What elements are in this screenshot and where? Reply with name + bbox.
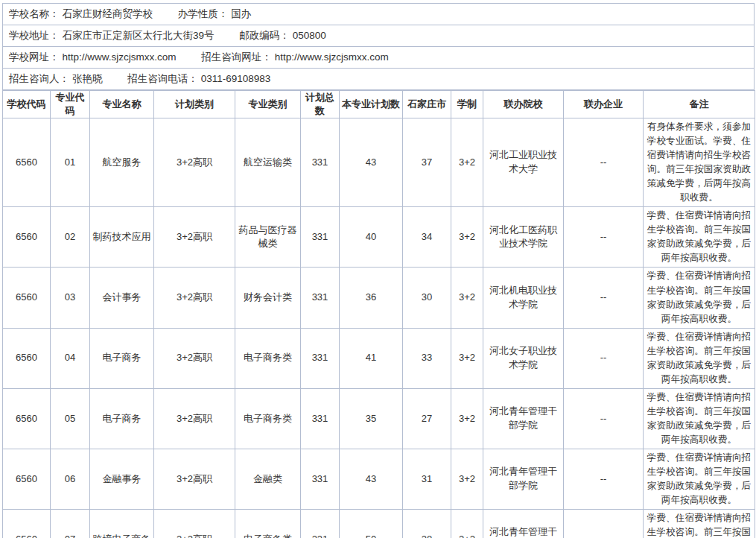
column-header-duration: 学制 bbox=[451, 91, 483, 118]
info-pair: 邮政编码：050800 bbox=[239, 30, 326, 41]
table-row: 656006金融事务3+2高职金融类33143313+2河北青年管理干部学院--… bbox=[3, 449, 755, 510]
info-cell: 招生咨询人：张艳晓 招生咨询电话：0311-69108983 bbox=[3, 69, 755, 90]
cell-plan_category: 3+2高职 bbox=[154, 449, 235, 510]
column-header-shijiazhuang_city: 石家庄市 bbox=[403, 91, 451, 118]
info-value: 石家庄市正定新区太行北大街39号 bbox=[63, 30, 215, 41]
enrollment-plan-page: 学校名称：石家庄财经商贸学校 办学性质：国办 学校地址：石家庄市正定新区太行北大… bbox=[0, 0, 755, 538]
cell-remarks: 学费、住宿费详情请向招生学校咨询。前三年按国家资助政策减免学费，后两年按高职收费… bbox=[644, 510, 755, 538]
info-label: 学校网址： bbox=[9, 51, 60, 63]
column-header-major_name: 专业名称 bbox=[90, 91, 154, 118]
info-value: 0311-69108983 bbox=[201, 73, 271, 84]
cell-shijiazhuang_city: 33 bbox=[403, 328, 451, 388]
cell-remarks: 学费、住宿费详情请向招生学校咨询。前三年按国家资助政策减免学费，后两年按高职收费… bbox=[644, 268, 755, 328]
cell-major_name: 会计事务 bbox=[90, 268, 154, 328]
info-pair: 学校网址：http://www.sjzcjsmxx.com bbox=[9, 51, 177, 63]
cell-remarks: 有身体条件要求，须参加学校专业面试。学费、住宿费详情请向招生学校咨询。前三年按国… bbox=[644, 118, 755, 207]
table-row: 656007跨境电子商务3+2高职电子商务类33150383+2河北青年管理干部… bbox=[3, 510, 755, 538]
cell-partner_college: 河北青年管理干部学院 bbox=[483, 388, 564, 449]
cell-major_code: 06 bbox=[51, 449, 90, 510]
cell-major_plan_count: 40 bbox=[340, 207, 403, 268]
cell-school_code: 6560 bbox=[3, 510, 51, 538]
cell-major_category: 航空运输类 bbox=[235, 118, 301, 207]
info-label: 招生咨询电话： bbox=[127, 73, 198, 84]
info-value: 石家庄财经商贸学校 bbox=[63, 8, 153, 19]
cell-school_code: 6560 bbox=[3, 328, 51, 388]
cell-major_plan_count: 41 bbox=[340, 328, 403, 388]
cell-major_code: 05 bbox=[51, 388, 90, 449]
table-row: 656004电子商务3+2高职电子商务类33141333+2河北女子职业技术学院… bbox=[3, 328, 755, 388]
cell-shijiazhuang_city: 31 bbox=[403, 449, 451, 510]
cell-plan_total: 331 bbox=[301, 510, 340, 538]
column-header-plan_total: 计划总数 bbox=[301, 91, 340, 118]
cell-major_category: 药品与医疗器械类 bbox=[235, 207, 301, 268]
cell-major_plan_count: 43 bbox=[340, 118, 403, 207]
cell-major_category: 电子商务类 bbox=[235, 328, 301, 388]
info-value: 050800 bbox=[293, 30, 326, 41]
cell-plan_total: 331 bbox=[301, 328, 340, 388]
cell-duration: 3+2 bbox=[451, 510, 483, 538]
cell-major_code: 07 bbox=[51, 510, 90, 538]
cell-major_code: 02 bbox=[51, 207, 90, 268]
info-label: 招生咨询网址： bbox=[201, 51, 272, 63]
cell-plan_category: 3+2高职 bbox=[154, 388, 235, 449]
info-value: http://www.sjzcjsmxx.com bbox=[275, 51, 389, 63]
cell-partner_enterprise: -- bbox=[564, 207, 644, 268]
info-cell: 学校名称：石家庄财经商贸学校 办学性质：国办 bbox=[3, 4, 755, 25]
info-label: 办学性质： bbox=[178, 8, 229, 19]
info-value: 张艳晓 bbox=[72, 73, 103, 84]
info-pair: 学校地址：石家庄市正定新区太行北大街39号 bbox=[9, 30, 215, 41]
cell-plan_category: 3+2高职 bbox=[154, 268, 235, 328]
cell-partner_college: 河北工业职业技术大学 bbox=[483, 118, 564, 207]
table-row: 656003会计事务3+2高职财务会计类33136303+2河北机电职业技术学院… bbox=[3, 268, 755, 328]
cell-duration: 3+2 bbox=[451, 388, 483, 449]
cell-major_name: 制药技术应用 bbox=[90, 207, 154, 268]
cell-partner_college: 河北女子职业技术学院 bbox=[483, 328, 564, 388]
cell-school_code: 6560 bbox=[3, 449, 51, 510]
info-label: 学校地址： bbox=[9, 30, 60, 41]
info-pair: 招生咨询人：张艳晓 bbox=[9, 73, 103, 84]
cell-major_name: 跨境电子商务 bbox=[90, 510, 154, 538]
cell-plan_total: 331 bbox=[301, 268, 340, 328]
cell-partner_enterprise: -- bbox=[564, 449, 644, 510]
info-label: 邮政编码： bbox=[239, 30, 290, 41]
cell-partner_college: 河北青年管理干部学院 bbox=[483, 510, 564, 538]
cell-major_plan_count: 50 bbox=[340, 510, 403, 538]
cell-remarks: 学费、住宿费详情请向招生学校咨询。前三年按国家资助政策减免学费，后两年按高职收费… bbox=[644, 449, 755, 510]
info-row: 学校地址：石家庄市正定新区太行北大街39号 邮政编码：050800 bbox=[3, 25, 755, 47]
cell-duration: 3+2 bbox=[451, 207, 483, 268]
info-row: 学校名称：石家庄财经商贸学校 办学性质：国办 bbox=[3, 4, 755, 25]
cell-plan_category: 3+2高职 bbox=[154, 207, 235, 268]
header-row: 学校代码 专业代码 专业名称 计划类别 专业类别 计划总数 本专业计划数 石家庄… bbox=[3, 91, 755, 118]
info-pair: 办学性质：国办 bbox=[178, 8, 252, 19]
info-pair: 招生咨询网址：http://www.sjzcjsmxx.com bbox=[201, 51, 389, 63]
cell-shijiazhuang_city: 30 bbox=[403, 268, 451, 328]
cell-duration: 3+2 bbox=[451, 118, 483, 207]
school-info-table: 学校名称：石家庄财经商贸学校 办学性质：国办 学校地址：石家庄市正定新区太行北大… bbox=[2, 3, 755, 90]
cell-remarks: 学费、住宿费详情请向招生学校咨询。前三年按国家资助政策减免学费，后两年按高职收费… bbox=[644, 207, 755, 268]
info-label: 学校名称： bbox=[9, 8, 60, 19]
cell-major_plan_count: 43 bbox=[340, 449, 403, 510]
cell-major_name: 航空服务 bbox=[90, 118, 154, 207]
cell-school_code: 6560 bbox=[3, 268, 51, 328]
column-header-school_code: 学校代码 bbox=[3, 91, 51, 118]
cell-plan_category: 3+2高职 bbox=[154, 118, 235, 207]
cell-shijiazhuang_city: 34 bbox=[403, 207, 451, 268]
cell-duration: 3+2 bbox=[451, 328, 483, 388]
cell-major_category: 财务会计类 bbox=[235, 268, 301, 328]
cell-shijiazhuang_city: 38 bbox=[403, 510, 451, 538]
cell-duration: 3+2 bbox=[451, 268, 483, 328]
column-header-major_code: 专业代码 bbox=[51, 91, 90, 118]
table-row: 656001航空服务3+2高职航空运输类33143373+2河北工业职业技术大学… bbox=[3, 118, 755, 207]
enrollment-plan-table: 学校代码 专业代码 专业名称 计划类别 专业类别 计划总数 本专业计划数 石家庄… bbox=[2, 90, 755, 538]
info-label: 招生咨询人： bbox=[9, 73, 69, 84]
cell-plan_category: 3+2高职 bbox=[154, 510, 235, 538]
cell-plan_total: 331 bbox=[301, 118, 340, 207]
info-value: http://www.sjzcjsmxx.com bbox=[63, 51, 177, 63]
column-header-major_plan_count: 本专业计划数 bbox=[340, 91, 403, 118]
cell-partner_college: 河北化工医药职业技术学院 bbox=[483, 207, 564, 268]
cell-major_code: 04 bbox=[51, 328, 90, 388]
cell-partner_enterprise: -- bbox=[564, 268, 644, 328]
column-header-remarks: 备注 bbox=[644, 91, 755, 118]
cell-major_code: 01 bbox=[51, 118, 90, 207]
cell-remarks: 学费、住宿费详情请向招生学校咨询。前三年按国家资助政策减免学费，后两年按高职收费… bbox=[644, 328, 755, 388]
